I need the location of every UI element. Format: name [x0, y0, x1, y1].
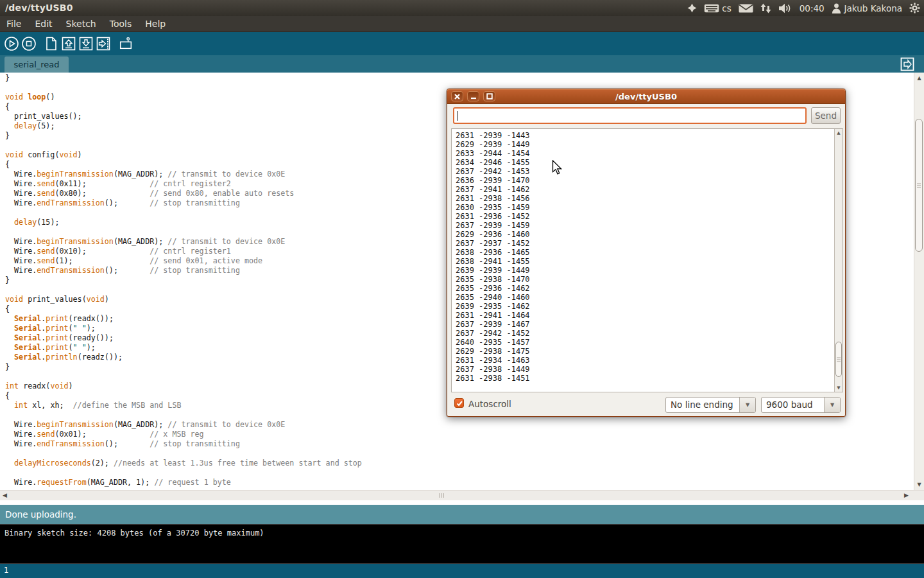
send-button[interactable]: Send	[811, 107, 841, 124]
menu-file[interactable]: File	[6, 19, 21, 29]
upload-button[interactable]	[96, 36, 111, 51]
serial-monitor-button[interactable]	[118, 36, 133, 51]
serial-row: 2637 -2937 -1452	[456, 239, 834, 248]
autoscroll-label: Autoscroll	[468, 399, 511, 409]
editor-horizontal-scrollbar[interactable]: ◀ ▶	[0, 490, 924, 500]
volume-icon[interactable]	[778, 3, 792, 13]
serial-row: 2631 -2939 -1443	[456, 131, 834, 140]
scroll-up-arrow-icon[interactable]: ▲	[914, 75, 924, 81]
serial-row: 2631 -2938 -1451	[456, 374, 834, 383]
editor-scrollbar-thumb[interactable]	[915, 119, 923, 252]
serial-row: 2629 -2936 -1460	[456, 230, 834, 239]
serial-row: 2637 -2942 -1452	[456, 329, 834, 338]
serial-row: 2637 -2942 -1453	[456, 167, 834, 176]
status-bar: Done uploading.	[0, 505, 924, 524]
serial-row: 2629 -2938 -1475	[456, 347, 834, 356]
toolbar	[0, 32, 924, 55]
serial-row: 2630 -2935 -1459	[456, 203, 834, 212]
console-output: Binary sketch size: 4208 bytes (of a 307…	[0, 524, 924, 564]
serial-monitor-controls: Autoscroll No line ending ▼ 9600 baud ▼	[447, 396, 845, 414]
minimize-button[interactable]	[467, 91, 479, 101]
user-icon	[832, 3, 841, 13]
serial-output[interactable]: 2631 -2939 -14432629 -2939 -14492633 -29…	[452, 129, 834, 392]
chevron-down-icon: ▼	[824, 398, 840, 412]
serial-row: 2638 -2941 -1455	[456, 257, 834, 266]
keyboard-layout-label: cs	[722, 3, 731, 13]
hscroll-grip[interactable]	[439, 493, 444, 498]
new-sketch-button[interactable]	[44, 36, 59, 51]
tab-bar: serial_read	[0, 55, 924, 73]
text-caret	[457, 111, 458, 121]
menu-bar: File Edit Sketch Tools Help	[0, 16, 924, 32]
tab-menu-button[interactable]	[900, 57, 914, 71]
serial-row: 2631 -2941 -1464	[456, 311, 834, 320]
menu-edit[interactable]: Edit	[35, 19, 52, 29]
upload-icon	[96, 36, 111, 51]
menu-help[interactable]: Help	[145, 19, 166, 29]
checkmark-icon	[456, 399, 463, 407]
scroll-up-arrow-icon[interactable]: ▲	[835, 130, 843, 136]
username-label: Jakub Kakona	[844, 3, 902, 13]
code-line: Wire.endTransmission(); // stop transmit…	[5, 439, 914, 449]
mail-icon[interactable]	[739, 4, 753, 13]
serial-monitor-title: /dev/ttyUSB0	[447, 89, 845, 104]
serial-row: 2639 -2935 -1462	[456, 302, 834, 311]
code-line: Wire.send(0x01); // x MSB reg	[5, 430, 914, 439]
line-ending-select[interactable]: No line ending ▼	[665, 397, 756, 413]
session-gear-icon[interactable]	[909, 3, 920, 13]
serial-row: 2637 -2939 -1467	[456, 320, 834, 329]
stop-icon	[21, 36, 37, 51]
serial-row: 2637 -2939 -1459	[456, 221, 834, 230]
serial-monitor-icon	[118, 36, 133, 51]
network-icon[interactable]	[760, 3, 771, 13]
scroll-right-arrow-icon[interactable]: ▶	[904, 492, 909, 498]
code-line: Wire.requestFrom(MAG_ADDR, 1); // reques…	[5, 478, 914, 487]
code-line: Wire.beginTransmission(MAG_ADDR); // tra…	[5, 420, 914, 430]
keyboard-icon	[704, 4, 719, 13]
save-icon	[78, 36, 94, 51]
serial-monitor-titlebar[interactable]: /dev/ttyUSB0	[447, 89, 845, 104]
menu-sketch[interactable]: Sketch	[66, 19, 96, 29]
verify-icon	[4, 36, 19, 51]
serial-row: 2639 -2939 -1449	[456, 266, 834, 275]
serial-row: 2636 -2939 -1470	[456, 176, 834, 185]
scroll-down-arrow-icon[interactable]: ▼	[914, 482, 924, 487]
serial-row: 2637 -2938 -1449	[456, 365, 834, 374]
serial-row: 2635 -2936 -1462	[456, 284, 834, 293]
keyboard-indicator[interactable]: cs	[704, 3, 731, 13]
serial-row: 2633 -2944 -1454	[456, 149, 834, 158]
maximize-button[interactable]	[483, 91, 495, 101]
serial-row: 2634 -2946 -1455	[456, 158, 834, 167]
stop-button[interactable]	[21, 36, 37, 51]
serial-input-field[interactable]	[453, 107, 807, 124]
verify-button[interactable]	[4, 36, 19, 51]
user-menu[interactable]: Jakub Kakona	[832, 3, 902, 13]
baud-rate-select[interactable]: 9600 baud ▼	[761, 397, 841, 413]
scroll-left-arrow-icon[interactable]: ◀	[3, 492, 7, 498]
serial-row: 2640 -2935 -1457	[456, 338, 834, 347]
minimize-icon	[470, 94, 477, 100]
top-panel: /dev/ttyUSB0 cs 00:40	[0, 0, 924, 16]
mouse-cursor-icon	[552, 160, 563, 178]
serial-row: 2638 -2936 -1465	[456, 248, 834, 257]
serial-scrollbar[interactable]: ▲ ▼	[834, 129, 843, 392]
scroll-down-arrow-icon[interactable]: ▼	[835, 385, 843, 390]
status-message: Done uploading.	[5, 509, 76, 520]
close-icon	[454, 94, 460, 100]
focused-window-title: /dev/ttyUSB0	[5, 3, 73, 13]
menu-tools[interactable]: Tools	[110, 19, 132, 29]
tab-serial-read[interactable]: serial_read	[4, 57, 69, 73]
tab-label: serial_read	[13, 60, 59, 69]
autoscroll-checkbox[interactable]	[454, 398, 464, 408]
editor-vertical-scrollbar[interactable]: ▲ ▼	[914, 73, 924, 490]
open-button[interactable]	[61, 36, 76, 51]
indicator-icon[interactable]	[687, 3, 697, 13]
code-line	[5, 468, 914, 478]
save-button[interactable]	[78, 36, 94, 51]
serial-scrollbar-thumb[interactable]	[835, 342, 842, 377]
serial-row: 2635 -2940 -1460	[456, 293, 834, 302]
clock[interactable]: 00:40	[800, 3, 825, 13]
line-ending-value: No line ending	[666, 398, 739, 412]
close-button[interactable]	[451, 91, 463, 101]
open-icon	[61, 36, 76, 51]
